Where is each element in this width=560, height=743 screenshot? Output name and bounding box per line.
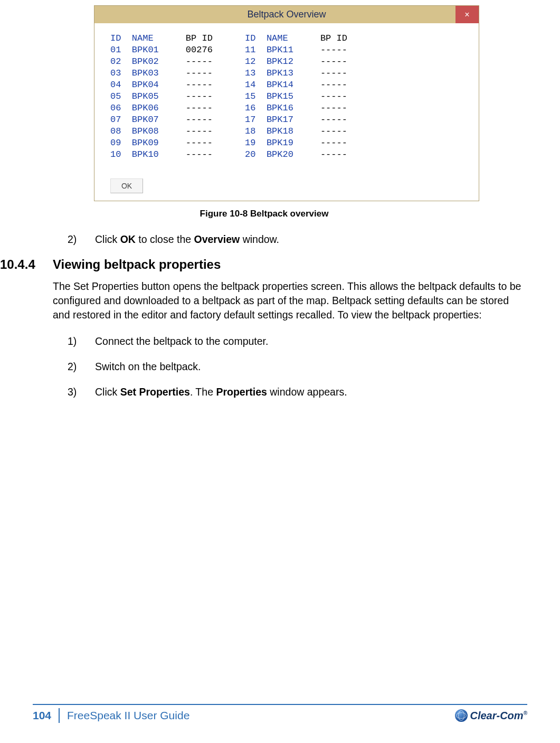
beltpack-overview-dialog: Beltpack Overview × ID NAME BP ID ID NAM… — [94, 5, 479, 201]
section-paragraph: The Set Properties button opens the belt… — [53, 279, 528, 322]
brand-logo: Clear-Com® — [455, 709, 527, 722]
section-heading: 10.4.4 Viewing beltpack properties — [0, 257, 528, 272]
close-icon: × — [464, 10, 469, 20]
dialog-titlebar: Beltpack Overview × — [94, 6, 479, 23]
section-title: Viewing beltpack properties — [53, 257, 221, 272]
step-text: Click Set Properties. The Properties win… — [95, 384, 528, 399]
dialog-body: ID NAME BP ID ID NAME BP ID 01 BPK01 002… — [94, 23, 479, 201]
instruction-step: 1) Connect the beltpack to the computer. — [68, 334, 528, 349]
step-number: 2) — [68, 232, 95, 247]
step-number: 3) — [68, 384, 95, 399]
instruction-step: 2) Switch on the beltpack. — [68, 359, 528, 374]
instruction-step: 2) Click OK to close the Overview window… — [68, 232, 528, 247]
figure-caption: Figure 10-8 Beltpack overview — [0, 209, 528, 219]
step-number: 2) — [68, 359, 95, 374]
step-text: Switch on the beltpack. — [95, 359, 528, 374]
section-number: 10.4.4 — [0, 257, 53, 272]
beltpack-grid: ID NAME BP ID ID NAME BP ID 01 BPK01 002… — [110, 33, 463, 161]
guide-title: FreeSpeak II User Guide — [60, 709, 455, 722]
footer-rule — [33, 704, 527, 705]
globe-icon — [455, 709, 468, 722]
ok-button[interactable]: OK — [110, 178, 143, 193]
close-button[interactable]: × — [455, 6, 479, 23]
ok-label: OK — [121, 182, 132, 190]
dialog-title: Beltpack Overview — [247, 9, 326, 20]
page-footer: 104 FreeSpeak II User Guide Clear-Com® — [0, 704, 560, 723]
step-text: Connect the beltpack to the computer. — [95, 334, 528, 349]
page-number: 104 — [33, 708, 60, 723]
step-number: 1) — [68, 334, 95, 349]
step-text: Click OK to close the Overview window. — [95, 232, 528, 247]
instruction-step: 3) Click Set Properties. The Properties … — [68, 384, 528, 399]
brand-name: Clear-Com® — [470, 710, 527, 722]
